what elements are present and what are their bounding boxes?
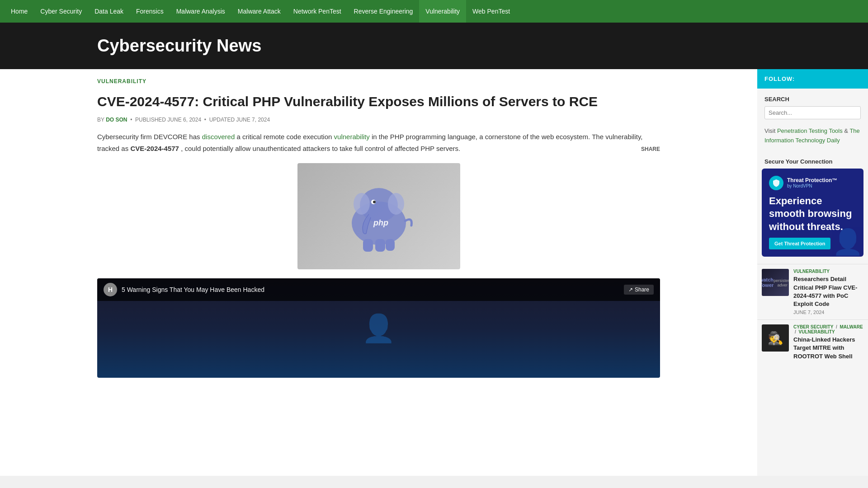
nav-reverse-engineering[interactable]: Reverse Engineering bbox=[348, 0, 420, 23]
svg-point-5 bbox=[373, 201, 376, 203]
nordvpn-ad[interactable]: Threat Protection™ by NordVPN Experience… bbox=[762, 169, 863, 257]
elephant-svg: php bbox=[338, 180, 420, 253]
video-share-button[interactable]: ↗ Share bbox=[624, 285, 654, 295]
nordvpn-shield-icon bbox=[769, 176, 783, 190]
article-published: PUBLISHED JUNE 6, 2024 bbox=[135, 117, 201, 123]
sidebar-follow: FOLLOW: bbox=[757, 69, 868, 89]
related-article-1[interactable]: watchTower persistent adver VULNERABILIT… bbox=[757, 264, 868, 319]
nav-data-leak[interactable]: Data Leak bbox=[88, 0, 130, 23]
video-container[interactable]: 👤 H 5 Warning Signs That You May Have Be… bbox=[97, 278, 660, 378]
article-title: CVE-2024-4577: Critical PHP Vulnerabilit… bbox=[97, 93, 660, 110]
search-input[interactable] bbox=[764, 106, 861, 119]
article-meta: BY DO SON • PUBLISHED JUNE 6, 2024 • UPD… bbox=[97, 117, 660, 123]
nav-malware-analysis[interactable]: Malware Analysis bbox=[170, 0, 231, 23]
video-share-label: Share bbox=[635, 286, 649, 293]
related-article-2[interactable]: 🕵️ CYBER SECURITY / MALWARE / VULNERABIL… bbox=[757, 319, 868, 366]
share-label[interactable]: SHARE bbox=[641, 145, 660, 154]
body-text-1d: , could potentially allow unauthenticate… bbox=[181, 145, 460, 152]
main-content: VULNERABILITY CVE-2024-4577: Critical PH… bbox=[0, 69, 757, 476]
video-person-icon: 👤 bbox=[362, 312, 396, 344]
video-title: 5 Warning Signs That You May Have Been H… bbox=[122, 286, 619, 293]
sidebar: FOLLOW: SEARCH Visit Penetration Testing… bbox=[757, 69, 868, 476]
cve-id: CVE-2024-4577 bbox=[130, 145, 179, 152]
nav-home[interactable]: Home bbox=[5, 0, 34, 23]
main-nav: Home Cyber Security Data Leak Forensics … bbox=[0, 0, 868, 23]
related-content-1: VULNERABILITY Researchers Detail Critica… bbox=[793, 269, 863, 315]
site-header: Cybersecurity News bbox=[0, 23, 868, 69]
nordvpn-logo: Threat Protection™ by NordVPN bbox=[769, 176, 856, 190]
body-text-1: Cybersecurity firm DEVCORE has bbox=[97, 133, 200, 141]
svg-point-2 bbox=[354, 193, 370, 215]
nav-network-pentest[interactable]: Network PenTest bbox=[287, 0, 348, 23]
related-thumb-2: 🕵️ bbox=[762, 324, 789, 352]
pentest-tools-link[interactable]: Penetration Testing Tools bbox=[777, 127, 843, 134]
related-title-2[interactable]: China-Linked Hackers Target MITRE with R… bbox=[793, 336, 863, 361]
related-category-1: VULNERABILITY bbox=[793, 269, 863, 274]
article-body: Cybersecurity firm DEVCORE has discovere… bbox=[97, 131, 660, 154]
nav-malware-attack[interactable]: Malware Attack bbox=[231, 0, 287, 23]
video-header: H 5 Warning Signs That You May Have Been… bbox=[97, 278, 660, 301]
nordvpn-person-icon: 👤 bbox=[832, 227, 863, 257]
nav-vulnerability[interactable]: Vulnerability bbox=[419, 0, 466, 23]
nav-forensics[interactable]: Forensics bbox=[130, 0, 170, 23]
svg-rect-7 bbox=[375, 239, 385, 252]
visit-text: Visit bbox=[764, 127, 775, 134]
php-elephant-image: php bbox=[297, 163, 460, 269]
article-author[interactable]: DO SON bbox=[106, 117, 127, 123]
related-content-2: CYBER SECURITY / MALWARE / VULNERABILITY… bbox=[793, 324, 863, 362]
svg-point-3 bbox=[388, 193, 404, 215]
sidebar-search-section: SEARCH bbox=[757, 89, 868, 127]
sidebar-secure-title: Secure Your Connection bbox=[757, 153, 868, 169]
vulnerability-link[interactable]: vulnerability bbox=[334, 133, 370, 141]
article-updated: UPDATED JUNE 7, 2024 bbox=[209, 117, 270, 123]
svg-rect-8 bbox=[386, 239, 395, 251]
related-category-2: CYBER SECURITY / MALWARE / VULNERABILITY bbox=[793, 324, 863, 334]
video-channel-icon: H bbox=[104, 283, 117, 296]
site-title: Cybersecurity News bbox=[97, 36, 771, 56]
share-icon: ↗ bbox=[628, 286, 633, 293]
nordvpn-cta-button[interactable]: Get Threat Protection bbox=[769, 238, 830, 249]
related-thumb-1: watchTower persistent adver bbox=[762, 269, 789, 296]
nav-web-pentest[interactable]: Web PenTest bbox=[466, 0, 516, 23]
sidebar-search-label: SEARCH bbox=[764, 96, 861, 103]
related-title-1[interactable]: Researchers Detail Critical PHP Flaw CVE… bbox=[793, 275, 863, 308]
related-date-1: JUNE 7, 2024 bbox=[793, 310, 863, 315]
svg-text:php: php bbox=[373, 218, 388, 227]
svg-rect-6 bbox=[363, 239, 373, 252]
nav-cyber-security[interactable]: Cyber Security bbox=[34, 0, 88, 23]
discovered-link[interactable]: discovered bbox=[202, 133, 235, 141]
sidebar-visit: Visit Penetration Testing Tools & The In… bbox=[757, 127, 868, 153]
article-image: php bbox=[97, 163, 660, 269]
nordvpn-brand-text: Threat Protection™ by NordVPN bbox=[787, 177, 837, 188]
breadcrumb: VULNERABILITY bbox=[97, 78, 660, 84]
body-text-1b: a critical remote code execution bbox=[236, 133, 332, 141]
